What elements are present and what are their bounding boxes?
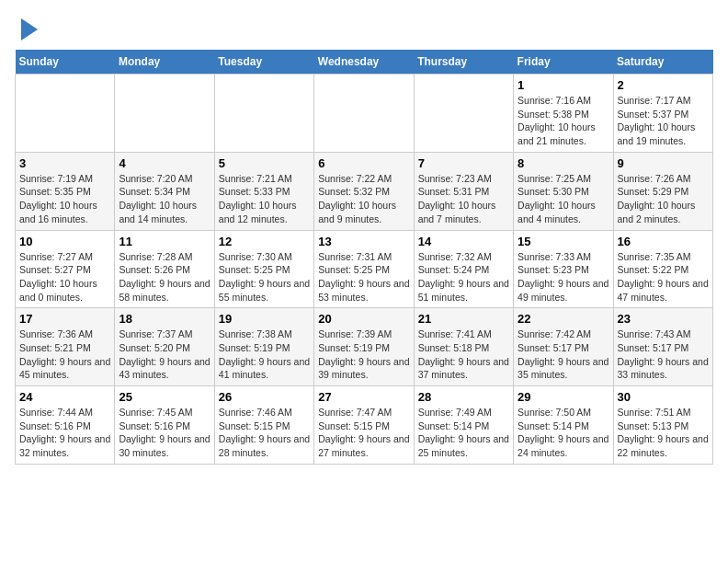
day-info: Sunrise: 7:31 AM Sunset: 5:25 PM Dayligh…: [318, 250, 409, 304]
day-number: 5: [219, 156, 310, 170]
day-info: Sunrise: 7:47 AM Sunset: 5:15 PM Dayligh…: [318, 406, 409, 460]
day-number: 22: [518, 312, 609, 326]
day-info: Sunrise: 7:41 AM Sunset: 5:18 PM Dayligh…: [418, 327, 509, 382]
day-info: Sunrise: 7:25 AM Sunset: 5:30 PM Dayligh…: [518, 172, 609, 226]
day-number: 8: [518, 156, 609, 170]
calendar-cell: 9Sunrise: 7:26 AM Sunset: 5:29 PM Daylig…: [613, 152, 712, 230]
day-info: Sunrise: 7:30 AM Sunset: 5:25 PM Dayligh…: [219, 250, 310, 304]
calendar-cell: 21Sunrise: 7:41 AM Sunset: 5:18 PM Dayli…: [414, 308, 513, 386]
column-header-saturday: Saturday: [613, 50, 712, 75]
calendar-cell: [414, 75, 513, 153]
calendar-cell: 13Sunrise: 7:31 AM Sunset: 5:25 PM Dayli…: [314, 230, 414, 308]
day-info: Sunrise: 7:22 AM Sunset: 5:32 PM Dayligh…: [318, 172, 409, 226]
day-info: Sunrise: 7:23 AM Sunset: 5:31 PM Dayligh…: [418, 172, 509, 226]
day-info: Sunrise: 7:43 AM Sunset: 5:17 PM Dayligh…: [618, 327, 709, 382]
day-info: Sunrise: 7:17 AM Sunset: 5:37 PM Dayligh…: [618, 94, 709, 148]
calendar-cell: 20Sunrise: 7:39 AM Sunset: 5:19 PM Dayli…: [314, 308, 414, 386]
day-number: 25: [119, 390, 210, 404]
day-info: Sunrise: 7:27 AM Sunset: 5:27 PM Dayligh…: [19, 250, 110, 304]
calendar-cell: 18Sunrise: 7:37 AM Sunset: 5:20 PM Dayli…: [115, 308, 214, 386]
calendar-cell: 7Sunrise: 7:23 AM Sunset: 5:31 PM Daylig…: [414, 152, 513, 230]
day-number: 24: [19, 390, 110, 404]
calendar-cell: 25Sunrise: 7:45 AM Sunset: 5:16 PM Dayli…: [115, 386, 214, 465]
day-number: 14: [418, 235, 509, 248]
calendar-week-row: 10Sunrise: 7:27 AM Sunset: 5:27 PM Dayli…: [16, 230, 713, 308]
calendar-cell: 29Sunrise: 7:50 AM Sunset: 5:14 PM Dayli…: [514, 386, 613, 465]
day-number: 16: [618, 235, 709, 248]
calendar-cell: 27Sunrise: 7:47 AM Sunset: 5:15 PM Dayli…: [314, 386, 414, 465]
day-number: 1: [518, 78, 609, 92]
day-number: 17: [19, 312, 110, 326]
day-info: Sunrise: 7:21 AM Sunset: 5:33 PM Dayligh…: [219, 172, 310, 226]
calendar-cell: 4Sunrise: 7:20 AM Sunset: 5:34 PM Daylig…: [115, 152, 214, 230]
day-info: Sunrise: 7:16 AM Sunset: 5:38 PM Dayligh…: [518, 94, 609, 148]
column-header-tuesday: Tuesday: [214, 50, 313, 75]
calendar-cell: 11Sunrise: 7:28 AM Sunset: 5:26 PM Dayli…: [115, 230, 214, 308]
calendar-cell: 19Sunrise: 7:38 AM Sunset: 5:19 PM Dayli…: [214, 308, 313, 386]
calendar-cell: 5Sunrise: 7:21 AM Sunset: 5:33 PM Daylig…: [214, 152, 313, 230]
calendar-header-row: SundayMondayTuesdayWednesdayThursdayFrid…: [16, 50, 713, 75]
day-number: 10: [19, 235, 110, 248]
day-number: 30: [618, 390, 709, 404]
calendar-cell: 2Sunrise: 7:17 AM Sunset: 5:37 PM Daylig…: [613, 75, 712, 153]
calendar-cell: 16Sunrise: 7:35 AM Sunset: 5:22 PM Dayli…: [613, 230, 712, 308]
day-number: 6: [318, 156, 409, 170]
day-number: 27: [318, 390, 409, 404]
day-number: 20: [318, 312, 409, 326]
day-number: 29: [518, 390, 609, 404]
column-header-friday: Friday: [514, 50, 613, 75]
day-number: 7: [418, 156, 509, 170]
day-info: Sunrise: 7:51 AM Sunset: 5:13 PM Dayligh…: [618, 406, 709, 460]
day-number: 15: [518, 235, 609, 248]
logo-arrow-icon: [21, 18, 38, 40]
day-info: Sunrise: 7:49 AM Sunset: 5:14 PM Dayligh…: [418, 406, 509, 460]
calendar-cell: 28Sunrise: 7:49 AM Sunset: 5:14 PM Dayli…: [414, 386, 513, 465]
day-info: Sunrise: 7:37 AM Sunset: 5:20 PM Dayligh…: [119, 327, 210, 382]
calendar-cell: 24Sunrise: 7:44 AM Sunset: 5:16 PM Dayli…: [16, 386, 115, 465]
calendar-cell: 6Sunrise: 7:22 AM Sunset: 5:32 PM Daylig…: [314, 152, 414, 230]
day-number: 19: [219, 312, 310, 326]
day-info: Sunrise: 7:39 AM Sunset: 5:19 PM Dayligh…: [318, 327, 409, 382]
day-info: Sunrise: 7:26 AM Sunset: 5:29 PM Dayligh…: [618, 172, 709, 226]
day-number: 13: [318, 235, 409, 248]
day-info: Sunrise: 7:42 AM Sunset: 5:17 PM Dayligh…: [518, 327, 609, 382]
day-info: Sunrise: 7:44 AM Sunset: 5:16 PM Dayligh…: [19, 406, 110, 460]
day-number: 3: [19, 156, 110, 170]
day-number: 21: [418, 312, 509, 326]
calendar-cell: 12Sunrise: 7:30 AM Sunset: 5:25 PM Dayli…: [214, 230, 313, 308]
calendar-week-row: 17Sunrise: 7:36 AM Sunset: 5:21 PM Dayli…: [16, 308, 713, 386]
column-header-wednesday: Wednesday: [314, 50, 414, 75]
day-info: Sunrise: 7:50 AM Sunset: 5:14 PM Dayligh…: [518, 406, 609, 460]
calendar-week-row: 1Sunrise: 7:16 AM Sunset: 5:38 PM Daylig…: [16, 75, 713, 153]
day-number: 12: [219, 235, 310, 248]
day-number: 11: [119, 235, 210, 248]
calendar-cell: 15Sunrise: 7:33 AM Sunset: 5:23 PM Dayli…: [514, 230, 613, 308]
day-info: Sunrise: 7:19 AM Sunset: 5:35 PM Dayligh…: [19, 172, 110, 226]
day-number: 2: [618, 78, 709, 92]
calendar-cell: 30Sunrise: 7:51 AM Sunset: 5:13 PM Dayli…: [613, 386, 712, 465]
logo: [15, 15, 38, 40]
calendar-cell: 1Sunrise: 7:16 AM Sunset: 5:38 PM Daylig…: [514, 75, 613, 153]
day-info: Sunrise: 7:28 AM Sunset: 5:26 PM Dayligh…: [119, 250, 210, 304]
calendar-cell: 8Sunrise: 7:25 AM Sunset: 5:30 PM Daylig…: [514, 152, 613, 230]
calendar-week-row: 3Sunrise: 7:19 AM Sunset: 5:35 PM Daylig…: [16, 152, 713, 230]
day-number: 9: [618, 156, 709, 170]
calendar-cell: [314, 75, 414, 153]
day-info: Sunrise: 7:36 AM Sunset: 5:21 PM Dayligh…: [19, 327, 110, 382]
calendar-cell: 23Sunrise: 7:43 AM Sunset: 5:17 PM Dayli…: [613, 308, 712, 386]
day-info: Sunrise: 7:45 AM Sunset: 5:16 PM Dayligh…: [119, 406, 210, 460]
day-info: Sunrise: 7:35 AM Sunset: 5:22 PM Dayligh…: [618, 250, 709, 304]
column-header-thursday: Thursday: [414, 50, 513, 75]
day-info: Sunrise: 7:46 AM Sunset: 5:15 PM Dayligh…: [219, 406, 310, 460]
day-info: Sunrise: 7:20 AM Sunset: 5:34 PM Dayligh…: [119, 172, 210, 226]
calendar-cell: [16, 75, 115, 153]
day-info: Sunrise: 7:38 AM Sunset: 5:19 PM Dayligh…: [219, 327, 310, 382]
day-info: Sunrise: 7:33 AM Sunset: 5:23 PM Dayligh…: [518, 250, 609, 304]
page-header: [15, 15, 713, 40]
day-number: 28: [418, 390, 509, 404]
calendar-cell: 10Sunrise: 7:27 AM Sunset: 5:27 PM Dayli…: [16, 230, 115, 308]
day-number: 26: [219, 390, 310, 404]
calendar-cell: [214, 75, 313, 153]
calendar-cell: 17Sunrise: 7:36 AM Sunset: 5:21 PM Dayli…: [16, 308, 115, 386]
column-header-monday: Monday: [115, 50, 214, 75]
